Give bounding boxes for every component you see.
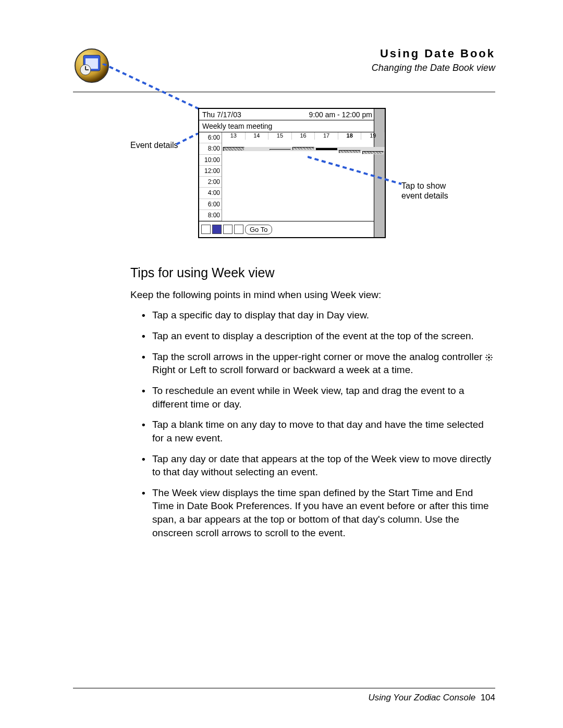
day-header[interactable]: 13 (222, 132, 246, 140)
page-number: 104 (481, 693, 495, 702)
tip-item: Tap a blank time on any day to move to t… (142, 418, 495, 445)
section-title: Tips for using Week view (130, 264, 495, 282)
callout-tap-to-show: Tap to show event details (401, 181, 448, 201)
page-header: Using Date Book Changing the Date Book v… (73, 47, 495, 87)
event-block[interactable] (362, 151, 384, 154)
time-label: 12:00 (199, 166, 222, 177)
svg-line-19 (491, 359, 492, 360)
day-header[interactable]: 16 (292, 132, 315, 140)
selected-date: Thu 7/17/03 (202, 110, 241, 119)
datebook-app-icon (73, 47, 115, 87)
time-label: 10:00 (199, 155, 222, 166)
day-header[interactable]: 15 (268, 132, 292, 140)
week-view-figure: Event details Thu 7/17/03 9:00 am - 12:0… (73, 108, 495, 254)
month-view-button[interactable] (223, 225, 232, 234)
day-header[interactable]: 19 (361, 132, 385, 140)
tip-item: Tap an event to display a description of… (142, 329, 495, 343)
time-labels: 6:008:0010:0012:002:004:006:008:00 (199, 132, 222, 221)
tip-item: The Week view displays the time span def… (142, 486, 495, 540)
day-header[interactable]: 18 (338, 132, 362, 140)
goto-button[interactable]: Go To (245, 225, 272, 235)
day-header[interactable]: 14 (246, 132, 269, 140)
svg-line-18 (486, 359, 487, 360)
event-block[interactable] (339, 150, 360, 153)
toolbar: Go To (199, 221, 385, 237)
time-label: 6:00 (199, 199, 222, 210)
week-grid[interactable] (222, 147, 385, 151)
day-header[interactable]: 17 (315, 132, 338, 140)
event-block[interactable] (292, 147, 314, 150)
agenda-view-button[interactable] (234, 225, 243, 234)
event-block[interactable] (270, 149, 291, 150)
tip-item: To reschedule an event while in Week vie… (142, 384, 495, 411)
selected-timerange: 9:00 am - 12:00 pm (309, 110, 372, 119)
tips-list: Tap a specific day to display that day i… (142, 309, 495, 539)
day-view-button[interactable] (201, 225, 211, 234)
header-divider (73, 92, 495, 92)
svg-line-7 (176, 133, 199, 144)
tip-item: Tap the scroll arrows in the upper-right… (142, 350, 495, 377)
time-label: 8:00 (199, 143, 222, 154)
page-footer: Using Your Zodiac Console 104 (73, 688, 495, 703)
week-view-button[interactable] (212, 225, 222, 234)
time-label: 8:00 (199, 210, 222, 221)
tip-item: Tap a specific day to display that day i… (142, 309, 495, 322)
event-block[interactable] (223, 147, 244, 151)
analog-controller-icon (485, 354, 493, 361)
event-block[interactable] (316, 148, 337, 150)
section-breadcrumb: Changing the Date Book view (115, 63, 495, 73)
day-headers[interactable]: 13141516171819 (222, 132, 385, 140)
week-view-screenshot: Thu 7/17/03 9:00 am - 12:00 pm Weekly te… (198, 108, 386, 238)
svg-line-16 (486, 355, 487, 356)
chapter-title: Using Date Book (115, 47, 495, 60)
time-label: 2:00 (199, 177, 222, 188)
tip-item: Tap any day or date that appears at the … (142, 452, 495, 479)
content-area: Tips for using Week view Keep the follow… (130, 264, 495, 539)
callout-event-details: Event details (130, 140, 178, 150)
time-label: 6:00 (199, 132, 222, 143)
footer-text: Using Your Zodiac Console (368, 693, 475, 702)
time-label: 4:00 (199, 188, 222, 199)
svg-point-11 (488, 356, 490, 359)
intro-paragraph: Keep the following points in mind when u… (130, 288, 495, 302)
selected-event-name: Weekly team meeting (199, 120, 385, 132)
svg-line-17 (491, 355, 492, 356)
